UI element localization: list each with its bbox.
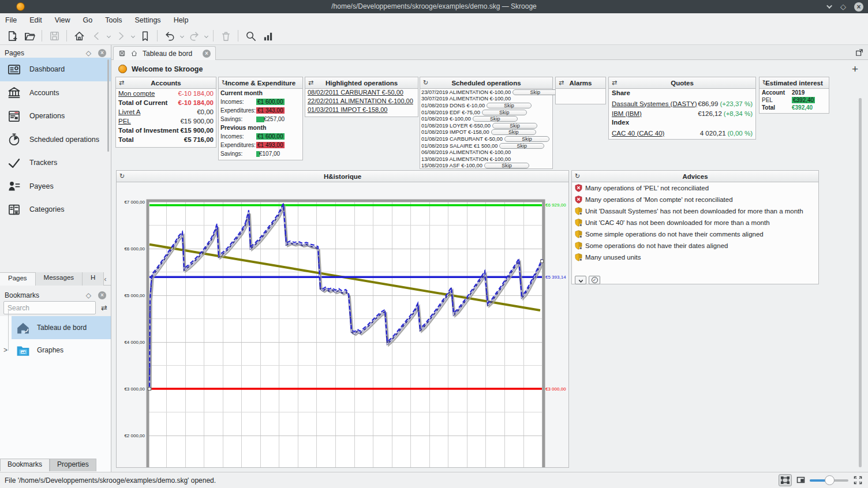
skip-button[interactable]: Skip xyxy=(512,89,558,95)
bookmark-item-tableau[interactable]: Tableau de bord xyxy=(12,316,111,339)
widget-header[interactable]: ↻ Estimated interest xyxy=(760,77,829,89)
widget-header[interactable]: ⇄ Quotes xyxy=(609,77,755,89)
search-icon[interactable] xyxy=(242,28,259,43)
open-file-icon[interactable] xyxy=(21,28,38,43)
widget-header[interactable]: ↻ Income & Expenditure xyxy=(219,77,302,89)
sidebar-item-trackers[interactable]: Trackers xyxy=(0,151,111,175)
close-panel-icon[interactable]: × xyxy=(98,49,106,57)
widget-header[interactable]: ⇄ Alarms xyxy=(556,77,605,89)
widget-header[interactable]: ↻ Advices xyxy=(572,171,818,182)
delete-icon[interactable] xyxy=(217,28,234,43)
dismiss-all-button[interactable] xyxy=(575,276,586,284)
undo-dropdown-icon[interactable] xyxy=(178,28,185,43)
zoom-fit-button[interactable] xyxy=(779,474,792,486)
bookmark-item-graphes[interactable]: > Graphes xyxy=(12,339,111,361)
quote-link[interactable]: IBM (IBM) xyxy=(612,110,698,117)
configure-icon[interactable]: ⇄ xyxy=(308,79,313,87)
redo-icon[interactable] xyxy=(185,28,203,43)
advice-row[interactable]: Some operations do not have their dates … xyxy=(572,240,818,251)
home-icon[interactable] xyxy=(70,28,88,43)
skip-button[interactable]: Skip xyxy=(491,129,536,135)
menu-go[interactable]: Go xyxy=(83,16,93,24)
account-link[interactable]: PEL xyxy=(118,118,180,125)
highlighted-operation-link[interactable]: 22/02/2011 ALIMENTATION €-100,00 xyxy=(305,97,418,106)
float-panel-icon[interactable]: ◇ xyxy=(86,49,91,57)
skip-button[interactable]: Skip xyxy=(484,163,529,168)
go-forward-icon[interactable] xyxy=(112,28,129,43)
historique-chart[interactable]: €6 929,00€5 393,14€3 000,00€7 000,00€6 0… xyxy=(117,182,568,467)
quote-link[interactable]: CAC 40 (CAC 40) xyxy=(612,130,700,137)
widget-header[interactable]: ↻ H&istorique xyxy=(117,171,568,182)
advice-row[interactable]: Many operations of 'Mon compte' not reco… xyxy=(572,194,818,205)
undo-icon[interactable] xyxy=(161,28,178,43)
report-icon[interactable] xyxy=(259,28,276,43)
account-link[interactable]: Mon compte xyxy=(118,90,178,97)
advice-row[interactable]: Unit 'Dassault Systemes' has not been do… xyxy=(572,205,818,217)
maximize-icon[interactable]: ◇ xyxy=(840,3,846,10)
sidebar-item-payees[interactable]: Payees xyxy=(0,175,111,198)
skip-button[interactable]: Skip xyxy=(492,123,537,129)
go-back-icon[interactable] xyxy=(88,28,105,43)
dashboard-scrollbar[interactable] xyxy=(859,98,862,467)
sidebar-item-operations[interactable]: Operations xyxy=(0,104,111,128)
refresh-icon[interactable]: ↻ xyxy=(423,79,428,87)
advice-row[interactable]: Many operations of 'PEL' not reconciliat… xyxy=(572,182,818,194)
detach-tab-icon[interactable] xyxy=(855,48,863,59)
bookmark-icon[interactable] xyxy=(136,28,154,43)
widget-header[interactable]: ⇄ Accounts xyxy=(116,77,216,89)
widget-header[interactable]: ⇄ Highlighted operations xyxy=(305,77,418,89)
tab-tableau-de-bord[interactable]: Tableau de bord × xyxy=(113,46,216,60)
sidebar-item-categories[interactable]: Categories xyxy=(0,198,111,222)
menu-view[interactable]: View xyxy=(55,16,70,24)
tab-properties[interactable]: Properties xyxy=(50,459,96,471)
menu-help[interactable]: Help xyxy=(174,16,189,24)
advice-row[interactable]: Some simple operations do not have their… xyxy=(572,228,818,240)
save-icon[interactable] xyxy=(46,28,63,43)
tab-history[interactable]: H xyxy=(83,272,104,286)
close-panel-icon[interactable]: × xyxy=(98,291,106,299)
refresh-icon[interactable]: ↻ xyxy=(119,172,125,180)
menu-edit[interactable]: Edit xyxy=(29,16,42,24)
sidebar-item-dashboard[interactable]: Dashboard xyxy=(0,58,111,81)
refresh-icon[interactable]: ↻ xyxy=(222,79,227,87)
zoom-slider-handle[interactable] xyxy=(825,475,835,485)
tab-pages[interactable]: Pages xyxy=(0,272,36,286)
go-forward-dropdown-icon[interactable] xyxy=(129,28,136,43)
expander-icon[interactable]: > xyxy=(3,346,8,354)
tab-messages[interactable]: Messages xyxy=(36,272,83,286)
float-panel-icon[interactable]: ◇ xyxy=(86,291,91,299)
apply-advice-button[interactable]: ✓ xyxy=(589,276,600,284)
refresh-icon[interactable]: ↻ xyxy=(575,172,580,180)
skip-button[interactable]: Skip xyxy=(482,110,527,115)
skip-button[interactable]: Skip xyxy=(504,136,549,142)
advice-row[interactable]: Unit 'CAC 40' has not been downloaded fo… xyxy=(572,217,818,228)
configure-icon[interactable]: ⇄ xyxy=(612,79,617,87)
refresh-icon[interactable]: ↻ xyxy=(762,79,768,87)
tab-bookmarks[interactable]: Bookmarks xyxy=(0,459,50,471)
skip-button[interactable]: Skip xyxy=(487,103,532,108)
zoom-slider[interactable] xyxy=(810,479,848,482)
tab-close-icon[interactable]: × xyxy=(203,50,211,58)
search-input[interactable] xyxy=(3,301,96,314)
menu-settings[interactable]: Settings xyxy=(134,16,160,24)
sidebar-item-accounts[interactable]: Accounts xyxy=(0,81,111,105)
tab-scroll-left-icon[interactable]: ‹ xyxy=(104,275,106,283)
add-widget-button[interactable]: + xyxy=(852,63,858,74)
zoom-original-button[interactable] xyxy=(796,476,805,486)
close-icon[interactable]: × xyxy=(854,2,863,12)
configure-icon[interactable]: ⇄ xyxy=(119,79,124,87)
pages-scrollbar[interactable] xyxy=(107,59,109,152)
new-document-icon[interactable] xyxy=(3,28,21,43)
highlighted-operation-link[interactable]: 08/02/2011 CARBURANT €-50,00 xyxy=(305,89,418,97)
fullscreen-icon[interactable] xyxy=(854,476,862,486)
skip-button[interactable]: Skip xyxy=(473,116,518,122)
menu-tools[interactable]: Tools xyxy=(105,16,122,24)
configure-icon[interactable]: ⇄ xyxy=(559,79,564,87)
search-filter-icon[interactable]: ⇄ xyxy=(101,303,107,312)
account-link[interactable]: Livret A xyxy=(118,108,197,115)
sidebar-item-scheduled[interactable]: Scheduled operations xyxy=(0,128,111,152)
skip-button[interactable]: Skip xyxy=(499,143,544,149)
menu-file[interactable]: File xyxy=(5,16,17,24)
go-back-dropdown-icon[interactable] xyxy=(105,28,112,43)
advice-row[interactable]: Many unused units xyxy=(572,251,818,263)
